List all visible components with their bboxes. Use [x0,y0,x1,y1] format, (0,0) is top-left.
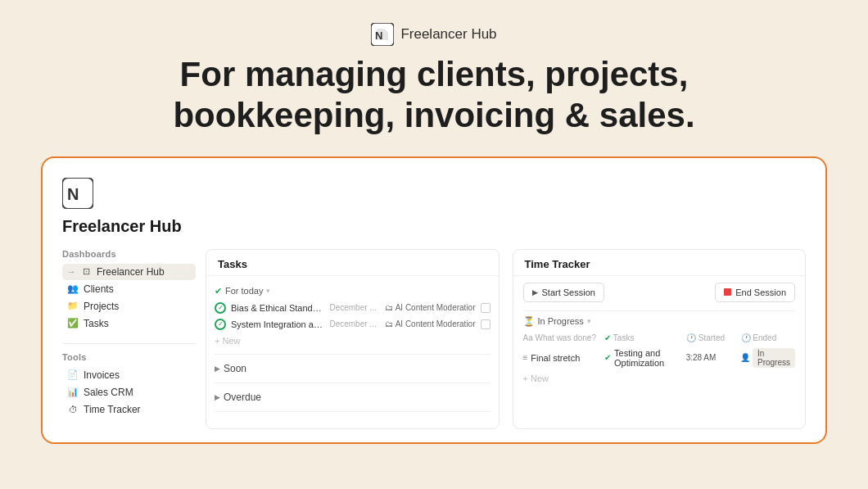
col-ended-header: 🕐 Ended [741,333,796,342]
soon-label: Soon [224,363,246,374]
tracker-started: 3:28 AM [686,353,740,362]
section-divider [215,383,491,383]
sidebar-item-clients[interactable]: 👥 Clients [62,281,196,297]
task-date: December ... [329,303,376,312]
page-icon: ⊡ [80,266,92,277]
top-header: N Freelancer Hub [371,23,496,46]
tracker-body: ▶ Start Session End Session ⏳ In Progres… [513,276,806,390]
for-today-group: ✔ For today ▾ [215,286,491,297]
clock-end-icon: 🕐 [741,333,753,342]
tracker-table-header: Aa What was done? ✔ Tasks 🕐 Started 🕐 En… [523,332,796,344]
tracker-what: ≡ Final stretch [523,353,605,363]
sidebar-item-projects[interactable]: 📁 Projects [62,298,196,315]
sidebar-item-freelancer-hub[interactable]: → ⊡ Freelancer Hub [62,264,196,280]
sidebar-item-label: Invoices [84,369,120,381]
tracker-tasks-value: Testing and Optimization [614,348,686,368]
folder-icon: 🗂 [385,319,393,328]
end-session-label: End Session [735,288,786,297]
task-tag-label: AI Content Moderatior [396,303,476,312]
main-card: N Freelancer Hub Dashboards → ⊡ Freelanc… [41,156,827,444]
sidebar: Dashboards → ⊡ Freelancer Hub 👥 Clients … [62,249,206,429]
card-notion-logo-icon: N [62,178,93,209]
col-started-header: 🕐 Started [686,333,741,342]
task-name: System Integration and Te... [231,319,324,329]
arrow-icon: ▶ [215,364,220,373]
sidebar-item-sales-crm[interactable]: 📊 Sales CRM [62,384,196,401]
task-tag-label: AI Content Moderatior [396,319,476,328]
top-brand-name: Freelancer Hub [400,26,496,43]
sidebar-item-tasks[interactable]: ✅ Tasks [62,315,196,332]
arrow-icon: ▶ [215,393,220,401]
tracker-panel-header: Time Tracker [513,250,806,276]
tracker-controls: ▶ Start Session End Session [523,283,796,302]
start-session-label: Start Session [542,288,595,297]
sidebar-dashboards-label: Dashboards [62,249,196,259]
invoices-icon: 📄 [67,369,79,380]
tracker-ended: 👤 In Progress [740,348,795,368]
task-tag: 🗂 AI Content Moderatior [385,319,476,328]
sidebar-item-invoices[interactable]: 📄 Invoices [62,367,196,383]
sidebar-item-label: Time Tracker [84,404,141,415]
list-icon: ≡ [523,353,528,362]
person-icon: 👤 [740,353,750,362]
tracker-divider [523,310,796,311]
tasks-check-icon: ✔ [604,333,613,342]
in-progress-badge: In Progress [753,348,795,368]
task-date: December ... [329,319,376,328]
folder-icon: 🗂 [385,303,393,312]
sidebar-dashboards-section: Dashboards → ⊡ Freelancer Hub 👥 Clients … [62,249,196,332]
section-divider [215,354,491,355]
task-check-icon: ✓ [215,319,226,330]
clients-icon: 👥 [67,283,79,294]
check-icon: ✔ [215,286,222,297]
sidebar-item-label: Projects [84,301,119,312]
new-task-button[interactable]: + New [215,333,491,349]
sidebar-item-time-tracker[interactable]: ⏱ Time Tracker [62,401,196,418]
timer-icon: ⏱ [67,405,79,414]
tracker-started-value: 3:28 AM [686,353,717,362]
task-checkbox[interactable] [481,319,491,329]
overdue-group[interactable]: ▶ Overdue [215,388,491,406]
end-session-button[interactable]: End Session [715,283,795,302]
in-progress-section-label: ⏳ In Progress ▾ [523,316,796,327]
hero-title: For managing clients, projects, bookkeep… [173,54,694,137]
arrow-icon: → [67,267,75,276]
col-tasks-header: ✔ Tasks [604,333,686,342]
svg-text:N: N [67,185,79,203]
section-divider [215,411,491,412]
soon-group[interactable]: ▶ Soon [215,360,491,378]
tracker-what-value: Final stretch [531,353,580,363]
notion-logo-icon: N [371,23,394,46]
task-row: ✓ System Integration and Te... December … [215,316,491,333]
svg-text:N: N [375,29,382,42]
sidebar-item-label: Tasks [84,318,109,329]
task-row: ✓ Bias & Ethical Standards R... December… [215,300,491,316]
tasks-body: ✔ For today ▾ ✓ Bias & Ethical Standards… [206,276,499,422]
tracker-tasks: ✔ Testing and Optimization [604,348,686,368]
card-title: Freelancer Hub [62,217,806,236]
new-tracker-button[interactable]: + New [523,374,796,383]
task-check-icon: ✓ [215,302,226,314]
start-session-button[interactable]: ▶ Start Session [523,283,604,302]
play-icon: ▶ [532,288,538,297]
sidebar-item-label: Sales CRM [84,387,133,398]
card-body: Dashboards → ⊡ Freelancer Hub 👥 Clients … [62,249,806,429]
hourglass-icon: ⏳ [523,316,535,327]
stop-icon [724,288,731,296]
sidebar-tools-section: Tools 📄 Invoices 📊 Sales CRM ⏱ Time Trac… [62,352,196,418]
task-checkbox[interactable] [481,303,491,313]
task-tag: 🗂 AI Content Moderatior [385,303,476,312]
tasks-check-icon: ✔ [604,353,611,362]
sidebar-item-label: Freelancer Hub [97,266,165,278]
tasks-panel: Tasks ✔ For today ▾ ✓ Bias & Ethical Sta… [206,249,500,429]
col-what-header: Aa What was done? [523,333,605,342]
projects-icon: 📁 [67,301,79,311]
tracker-row: ≡ Final stretch ✔ Testing and Optimizati… [523,346,796,370]
clock-icon: 🕐 [686,333,698,342]
tasks-panel-header: Tasks [206,250,499,276]
task-name: Bias & Ethical Standards R... [231,303,324,313]
dropdown-icon: ▾ [266,287,270,295]
time-tracker-panel: Time Tracker ▶ Start Session End Session [513,249,807,429]
tasks-icon: ✅ [67,318,79,328]
dropdown-icon: ▾ [587,317,591,325]
